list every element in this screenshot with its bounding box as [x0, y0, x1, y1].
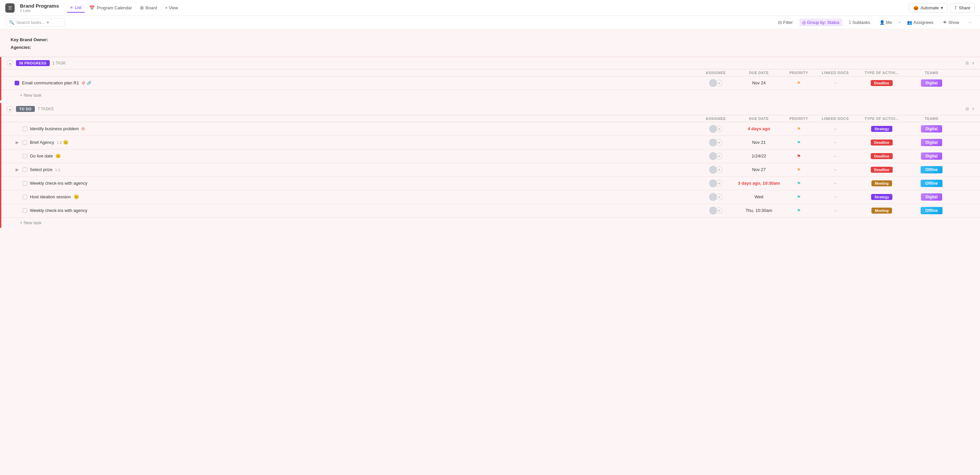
avatar-t5 — [709, 166, 717, 174]
share-label: Share — [959, 5, 970, 10]
col-due-1: DUE DATE — [736, 71, 782, 75]
priority-t5: ⚑ — [782, 167, 815, 172]
tab-view[interactable]: + View — [162, 3, 181, 12]
avatar-t7 — [709, 193, 717, 201]
type-t3: Deadline — [855, 140, 908, 145]
team-badge-t3: Digital — [921, 139, 942, 146]
project-info: Brand Programs 2 Lists — [20, 3, 59, 13]
type-badge-t1: Deadline — [871, 80, 892, 86]
grid-icon[interactable]: ⊞ — [966, 61, 969, 65]
list-icon: ≡ — [70, 5, 73, 10]
collapse-todo[interactable]: ⌄ — [6, 106, 13, 112]
expand-t7[interactable] — [14, 194, 20, 200]
assignees-label: Assignees — [913, 20, 934, 25]
assignee-cell-t3: + — [696, 139, 736, 147]
task-checkbox-t6[interactable] — [22, 181, 27, 186]
flag-icon-t1: ⚑ — [797, 80, 801, 86]
group-by-button[interactable]: ◎ Group by: Status — [799, 19, 842, 26]
table-row[interactable]: Weekly check-ins with agency + Thu, 10:3… — [1, 204, 980, 218]
show-button[interactable]: 👁 Show — [940, 19, 962, 26]
add-task-todo[interactable]: + — [972, 106, 975, 112]
toolbar-actions: ⊟ Filter ◎ Group by: Status ⤵ Subtasks 👤… — [775, 19, 975, 26]
subtasks-icon: ⤵ — [849, 20, 851, 25]
col-priority-todo: PRIORITY — [782, 116, 815, 121]
task-checkbox-t3[interactable] — [22, 140, 27, 145]
task-checkbox-t5[interactable] — [22, 167, 27, 172]
col-headers-todo: ASSIGNEE DUE DATE PRIORITY LINKED DOCS T… — [1, 115, 980, 122]
new-task-todo[interactable]: + New task — [1, 218, 980, 228]
table-row[interactable]: Go live date 😐 + 1/24/22 ⚑ – Deadline Di… — [1, 150, 980, 163]
automate-button[interactable]: 🎃 Automate ▾ — [909, 3, 948, 13]
search-icon: 🔍 — [9, 20, 14, 25]
add-task-in-progress[interactable]: + — [972, 60, 975, 66]
board-icon: ⊞ — [140, 5, 144, 10]
table-row[interactable]: ▶ Brief Agency ⤵ 2 😐 + Nov 21 ⚑ – Deadli… — [1, 136, 980, 150]
dot-separator: • — [899, 20, 900, 25]
more-button[interactable]: ··· — [966, 19, 975, 26]
me-button[interactable]: 👤 Me — [877, 19, 895, 26]
assignees-button[interactable]: 👥 Assignees — [904, 19, 936, 26]
expand-t6[interactable] — [14, 181, 20, 186]
search-placeholder: Search tasks... — [16, 20, 45, 25]
grid-icon-todo[interactable]: ⊞ — [966, 106, 969, 111]
collapse-in-progress[interactable]: ⌄ — [6, 60, 13, 67]
search-box[interactable]: 🔍 Search tasks... ▾ — [5, 18, 65, 27]
task-checkbox-t2[interactable] — [22, 127, 27, 131]
tab-calendar[interactable]: 📅 Program Calendar — [86, 3, 135, 12]
avatar-t1 — [709, 79, 717, 87]
expand-t3[interactable]: ▶ — [14, 140, 20, 145]
subtask-count-t5: ⤵ 1 — [55, 168, 60, 172]
type-t1: Deadline — [855, 80, 908, 86]
expand-t2[interactable] — [14, 126, 20, 132]
team-badge-t1: Digital — [921, 80, 942, 87]
task-checkbox-t4[interactable] — [22, 154, 27, 158]
tab-board[interactable]: ⊞ Board — [137, 3, 161, 12]
linked-t1: – — [815, 80, 855, 85]
top-actions: 🎃 Automate ▾ ⤴ Share — [909, 3, 975, 13]
tab-list[interactable]: ≡ List — [67, 3, 85, 13]
task-checkbox-t1[interactable] — [14, 81, 19, 85]
table-row[interactable]: Identify business problem ⊘ + 4 days ago… — [1, 122, 980, 136]
table-row[interactable]: Host ideation session 😐 + Wed ⚑ – Strate… — [1, 190, 980, 204]
team-badge-t2: Digital — [921, 125, 942, 132]
flag-icon-t4: ⚑ — [797, 153, 801, 159]
task-count-in-progress: 1 TASK — [52, 61, 66, 65]
due-date-t2: 4 days ago — [736, 126, 782, 131]
filter-icon: ⊟ — [778, 20, 782, 25]
teams-t7: Digital — [908, 193, 955, 201]
expand-t4[interactable] — [14, 153, 20, 159]
type-badge-t4: Deadline — [871, 153, 892, 159]
task-name-cell-t2: Identify business problem ⊘ — [14, 126, 696, 132]
avatar-t8 — [709, 207, 717, 215]
tab-board-label: Board — [146, 5, 158, 10]
assignee-cell-t6: + — [696, 179, 736, 187]
task-checkbox-t8[interactable] — [22, 208, 27, 213]
teams-t1: Digital — [908, 80, 955, 87]
stop-icon: ⊘ — [82, 80, 85, 85]
filter-button[interactable]: ⊟ Filter — [775, 19, 795, 26]
flag-icon-t3: ⚑ — [797, 140, 801, 145]
task-checkbox-t7[interactable] — [22, 194, 27, 199]
task-name-t5: Select prize — [30, 167, 52, 172]
col-name — [14, 71, 696, 75]
section-header-actions-in-progress: ⊞ + — [966, 60, 975, 66]
table-row[interactable]: ▶ Select prize ⤵ 1 + Nov 27 ⚑ – Deadline… — [1, 163, 980, 177]
share-button[interactable]: ⤴ Share — [950, 3, 975, 13]
expand-t8[interactable] — [14, 208, 20, 213]
task-icons-t5: ⤵ 1 — [55, 168, 60, 172]
group-by-label: Group by: Status — [807, 20, 840, 25]
new-task-in-progress[interactable]: + New task — [1, 90, 980, 100]
flag-icon-t7: ⚑ — [797, 194, 801, 200]
task-icons-t7: 😐 — [74, 194, 79, 199]
subtasks-button[interactable]: ⤵ Subtasks — [846, 19, 873, 26]
linked-t8: – — [815, 208, 855, 213]
due-date-t4: 1/24/22 — [736, 153, 782, 158]
table-row[interactable]: Weekly check-ins with agency + 3 days ag… — [1, 177, 980, 190]
table-row[interactable]: Email communication plan R1 ⊘ 🔗 + Nov 24… — [1, 77, 980, 90]
team-badge-t7: Digital — [921, 193, 942, 201]
tab-view-label: + View — [165, 5, 178, 10]
section-todo: ⌄ TO DO 7 TASKS ⊞ + ASSIGNEE DUE DATE PR… — [0, 103, 980, 228]
type-badge-t5: Deadline — [871, 167, 892, 173]
type-t5: Deadline — [855, 167, 908, 173]
expand-t5[interactable]: ▶ — [14, 167, 20, 172]
